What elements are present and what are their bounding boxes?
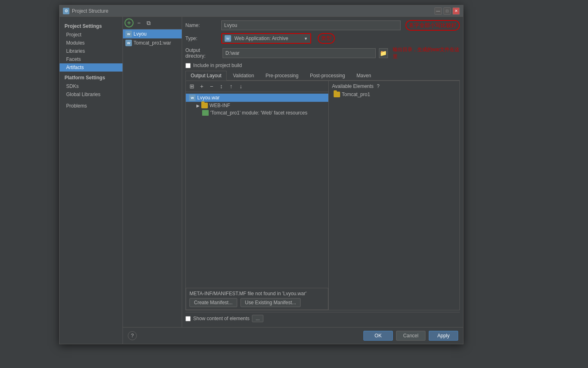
tree-item-lvyou-war[interactable]: W Lvyou.war [186, 94, 328, 102]
include-label[interactable]: Include in project build [193, 63, 242, 68]
file-tree-left: ⊞ + − ↕ ↑ ↓ W Lvyou [186, 81, 329, 310]
type-dropdown-icon: W [225, 35, 231, 42]
sidebar-item-facets[interactable]: Facets [60, 55, 122, 63]
tree-item-lvyou-war-label: Lvyou.war [197, 95, 220, 101]
available-folder-icon [334, 92, 340, 97]
artifacts-toolbar: + − ⧉ [123, 17, 182, 29]
name-input[interactable] [221, 20, 401, 30]
sidebar-item-problems[interactable]: Problems [60, 102, 122, 110]
show-content-btn[interactable]: ... [252, 315, 263, 322]
artifact-war-icon-2: W [125, 40, 132, 46]
tab-post-processing[interactable]: Post-processing [305, 71, 350, 80]
artifact-item-tomcat-war[interactable]: W Tomcat_pro1:war [123, 38, 182, 47]
available-panel: Available Elements ? Tomcat_pro1 [329, 81, 459, 310]
sidebar-item-project[interactable]: Project [60, 31, 122, 39]
tree-item-webinf-label: WEB-INF [209, 103, 230, 108]
ok-button[interactable]: OK [363, 331, 393, 341]
platform-settings-label: Platform Settings [60, 72, 122, 82]
show-content-checkbox[interactable] [185, 316, 191, 321]
artifacts-list-panel: + − ⧉ W Lvyou W Tomcat_pro1:war [123, 17, 182, 327]
warning-text: META-INF/MANIFEST.MF file not found in '… [189, 291, 306, 296]
tree-btn-sort[interactable]: ↕ [217, 82, 226, 91]
create-manifest-button[interactable]: Create Manifest... [189, 298, 237, 307]
project-settings-label: Project Settings [60, 22, 122, 31]
tree-item-webinf[interactable]: ▶ WEB-INF [186, 102, 328, 109]
file-tree-list: W Lvyou.war ▶ WEB-INF [186, 92, 328, 286]
minimize-button[interactable]: — [434, 7, 442, 15]
project-structure-dialog: ⚙ Project Structure — □ ✕ Project Settin… [59, 5, 463, 344]
tabs-bar: Output Layout Validation Pre-processing … [185, 71, 460, 81]
tree-war-icon: W [189, 94, 196, 101]
tree-toolbar: ⊞ + − ↕ ↑ ↓ [186, 81, 328, 92]
manifest-buttons: Create Manifest... Use Existing Manifest… [189, 298, 325, 307]
remove-artifact-button[interactable]: − [134, 18, 143, 27]
show-content-row: Show content of elements ... [185, 312, 460, 324]
type-dropdown-arrow: ▼ [304, 36, 308, 41]
cancel-button[interactable]: Cancel [396, 331, 425, 341]
help-button[interactable]: ? [128, 331, 137, 340]
sidebar-item-libraries[interactable]: Libraries [60, 47, 122, 55]
sidebar-item-artifacts[interactable]: Artifacts [60, 63, 122, 72]
name-annotation: 名字全部小写比较好 [405, 20, 460, 31]
include-checkbox[interactable] [185, 63, 191, 68]
output-dir-input[interactable] [223, 48, 376, 58]
tree-btn-add[interactable]: + [197, 82, 206, 91]
include-row: Include in project build [185, 63, 460, 68]
tab-pre-processing[interactable]: Pre-processing [260, 71, 304, 80]
tree-folder-icon [201, 103, 208, 108]
type-dropdown-value: Web Application: Archive [234, 36, 288, 41]
titlebar-buttons: — □ ✕ [434, 7, 460, 15]
tree-item-tomcat-module[interactable]: 'Tomcat_pro1' module: 'Web' facet resour… [186, 109, 328, 117]
copy-artifact-button[interactable]: ⧉ [144, 18, 153, 27]
tab-validation[interactable]: Validation [227, 71, 259, 80]
sidebar-item-global-libraries[interactable]: Global Libraries [60, 90, 122, 99]
dialog-footer: ? OK Cancel Apply [123, 327, 463, 344]
type-annotation: 类型 [318, 33, 335, 44]
name-label: Name: [185, 22, 218, 28]
available-item-tomcat[interactable]: Tomcat_pro1 [330, 91, 458, 98]
output-dir-browse-button[interactable]: 📁 [379, 48, 388, 58]
tree-btn-remove[interactable]: − [207, 82, 216, 91]
type-dropdown[interactable]: W Web Application: Archive ▼ [221, 33, 311, 44]
name-row: Name: 名字全部小写比较好 [185, 20, 460, 31]
content-split: + − ⧉ W Lvyou W Tomcat_pro1:war [123, 17, 463, 327]
config-area: Name: 名字全部小写比较好 Type: W Web Application:… [182, 17, 463, 327]
tree-file-icon [202, 110, 209, 116]
show-content-label[interactable]: Show content of elements [193, 316, 249, 321]
tree-btn-down[interactable]: ↓ [236, 82, 245, 91]
file-tree-area: ⊞ + − ↕ ↑ ↓ W Lvyou [185, 81, 460, 310]
main-area: + − ⧉ W Lvyou W Tomcat_pro1:war [123, 17, 463, 344]
tree-item-module-label: 'Tomcat_pro1' module: 'Web' facet resour… [210, 110, 307, 116]
tab-maven[interactable]: Maven [351, 71, 376, 80]
sidebar-item-modules[interactable]: Modules [60, 39, 122, 47]
available-label: Available Elements [332, 83, 374, 89]
type-row: Type: W Web Application: Archive ▼ 类型 [185, 33, 460, 44]
output-dir-row: Output directory: 📁 输出目录，生成的war文件在这里 [185, 46, 460, 60]
available-item-label: Tomcat_pro1 [342, 92, 370, 97]
close-button[interactable]: ✕ [452, 7, 460, 15]
tree-btn-grid[interactable]: ⊞ [187, 82, 196, 91]
dialog-body: Project Settings Project Modules Librari… [60, 17, 463, 344]
type-label: Type: [185, 36, 218, 41]
artifact-item-lvyou[interactable]: W Lvyou [123, 29, 182, 38]
dialog-titlebar: ⚙ Project Structure — □ ✕ [60, 5, 463, 17]
tree-btn-up[interactable]: ↑ [227, 82, 236, 91]
dialog-title: Project Structure [72, 8, 434, 14]
artifact-war-icon: W [125, 31, 132, 37]
output-dir-annotation: 输出目录，生成的war文件在这里 [393, 46, 460, 60]
dialog-icon: ⚙ [63, 8, 69, 14]
available-help-icon: ? [377, 83, 380, 89]
tab-output-layout[interactable]: Output Layout [185, 71, 227, 81]
maximize-button[interactable]: □ [443, 7, 451, 15]
output-dir-label: Output directory: [185, 47, 219, 59]
expand-chevron[interactable]: ▶ [196, 103, 200, 108]
warning-area: META-INF/MANIFEST.MF file not found in '… [186, 288, 328, 310]
available-header: Available Elements ? [330, 83, 458, 91]
sidebar: Project Settings Project Modules Librari… [60, 17, 123, 344]
add-artifact-button[interactable]: + [125, 18, 134, 27]
sidebar-item-sdks[interactable]: SDKs [60, 82, 122, 90]
apply-button[interactable]: Apply [429, 331, 458, 341]
use-existing-manifest-button[interactable]: Use Existing Manifest... [241, 298, 301, 307]
